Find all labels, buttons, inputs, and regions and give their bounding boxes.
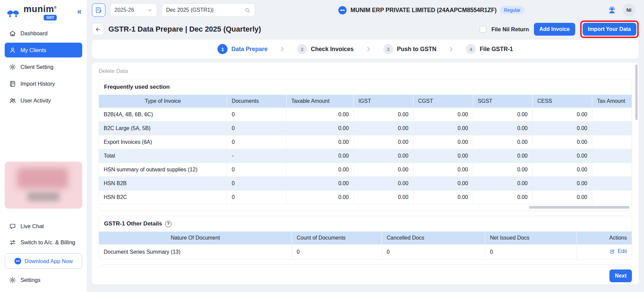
sidebar-item-settings[interactable]: Settings (5, 273, 82, 287)
file-nil-return-checkbox[interactable] (480, 26, 486, 33)
step-label: Push to GSTN (397, 46, 437, 53)
table-cell: HSN B2B (99, 177, 227, 191)
sidebar-item-client-setting[interactable]: Client Setting (5, 59, 82, 74)
table-cell: 0.00 (413, 108, 473, 122)
sidebar-item-user-activity[interactable]: User Activity (5, 93, 82, 108)
sidebar-item-label: Import History (20, 81, 55, 87)
table-cell: 0.00 (354, 149, 413, 163)
table-cell: 0.00 (354, 122, 413, 135)
table-cell: - (227, 149, 287, 163)
back-button[interactable] (92, 23, 104, 35)
period-search-input[interactable]: Dec 2025 (GSTR1)| (162, 3, 255, 17)
table-cell: 0.00 (533, 177, 592, 191)
logo-wordmark: munim® (23, 5, 57, 14)
column-header: Cancelled Docs (382, 232, 485, 245)
sidebar-item-label: Settings (20, 277, 41, 283)
company-type-badge: Regular (500, 6, 525, 14)
promo-blur-shape (17, 168, 68, 189)
download-app-label: Download App Now (24, 258, 73, 264)
main-content: 2025-26 Dec 2025 (GSTR1)| MUNIM ERP PRIV… (87, 0, 644, 292)
step-number: 3 (383, 44, 393, 54)
data-prepare-card: Delete Data Frequently used section Type… (92, 62, 639, 284)
column-header: Tax Amount (592, 95, 632, 108)
table-cell: 0.00 (473, 177, 533, 191)
sidebar-item-import-history[interactable]: Import History (5, 76, 82, 91)
sidebar-item-live-chat[interactable]: Live Chat (5, 219, 82, 234)
section-title: Frequently used section (99, 79, 632, 95)
table-cell: 0.00 (287, 122, 354, 135)
edit-button[interactable]: Edit (609, 248, 627, 254)
help-icon[interactable]: ? (165, 221, 171, 227)
table-cell: 0.00 (287, 135, 354, 149)
table-cell: 0.00 (287, 163, 354, 177)
user-avatar[interactable]: NI (623, 4, 635, 16)
chevron-right-icon (365, 46, 372, 52)
step-check-invoices[interactable]: 2 Check Invoices (297, 44, 353, 54)
table-cell: 0.00 (473, 122, 533, 135)
switch-arrows-icon (9, 239, 16, 246)
step-data-prepare[interactable]: 1 Data Prepare (217, 44, 267, 54)
card-scroll-area: Delete Data Frequently used section Type… (92, 62, 639, 267)
table-cell: 0.00 (413, 163, 473, 177)
step-push-to-gstn[interactable]: 3 Push to GSTN (383, 44, 437, 54)
promo-blur-shape (27, 192, 60, 201)
column-header: Documents (227, 95, 287, 108)
step-number: 4 (466, 44, 476, 54)
sidebar-item-label: Dashboard (20, 30, 48, 37)
table-cell: 0 (382, 245, 485, 259)
column-header: IGST (354, 95, 413, 108)
sidebar-collapse-icon[interactable]: « (77, 5, 82, 15)
table-cell: 0.00 (354, 177, 413, 191)
table-row: Export Invoices (6A)00.000.000.000.000.0… (99, 135, 632, 149)
sidebar-item-dashboard[interactable]: Dashboard (5, 26, 82, 41)
step-label: Check Invoices (311, 46, 353, 53)
promo-banner[interactable] (5, 162, 82, 209)
logo-text-block: munim® GST (23, 5, 57, 20)
file-nil-return-label: File Nil Return (491, 26, 529, 33)
horizontal-scrollbar-thumb[interactable] (529, 206, 630, 209)
sidebar-item-my-clients[interactable]: My Clients (5, 43, 82, 57)
quick-entry-button[interactable] (92, 3, 105, 17)
add-invoice-button[interactable]: Add Invoice (534, 23, 575, 36)
table-cell: 0.00 (533, 122, 592, 135)
book-icon (9, 80, 16, 87)
table-cell: 0 (227, 135, 287, 149)
page-title: GSTR-1 Data Prepare | Dec 2025 (Quarterl… (108, 25, 261, 34)
sidebar-item-switch-billing[interactable]: Switch to A/c. & Billing (5, 235, 82, 250)
table-cell: 0.00 (287, 108, 354, 122)
step-file-gstr1[interactable]: 4 File GSTR-1 (466, 44, 513, 54)
sidebar-bottom: Live Chat Switch to A/c. & Billing Downl… (5, 219, 82, 287)
table-cell: 0.00 (473, 163, 533, 177)
chevron-right-icon (279, 46, 286, 52)
table-cell: 0.00 (354, 108, 413, 122)
financial-year-select[interactable]: 2025-26 (110, 3, 157, 17)
table-cell (592, 135, 632, 149)
financial-year-value: 2025-26 (114, 7, 134, 13)
chevron-down-icon (147, 7, 153, 13)
table-cell: B2B(4A, 4B, 6B, 6C) (99, 108, 227, 122)
column-header: Net Issued Docs (485, 232, 577, 245)
edit-label: Edit (617, 248, 627, 254)
table-cell: 0 (227, 163, 287, 177)
munim-logo[interactable]: munim® GST (5, 5, 57, 20)
next-button[interactable]: Next (609, 269, 632, 282)
table-cell: 0.00 (413, 122, 473, 135)
table-cell: Total (99, 149, 227, 163)
import-your-data-button[interactable]: Import Your Data (583, 23, 636, 36)
delete-data-button[interactable]: Delete Data (99, 68, 128, 74)
topbar-right: NI (607, 4, 635, 16)
back-arrow-icon (95, 26, 101, 33)
actions-cell: Edit (577, 245, 632, 259)
table-cell: 0.00 (473, 149, 533, 163)
table-cell: 0.00 (533, 163, 592, 177)
table-cell: 0.00 (533, 135, 592, 149)
sidebar-item-label: Switch to A/c. & Billing (20, 239, 75, 246)
vertical-scrollbar-thumb[interactable] (635, 65, 638, 120)
support-headset-icon[interactable] (607, 6, 616, 15)
import-data-highlight: Import Your Data (580, 20, 639, 38)
app-root: munim® GST « Dashboard My Clients Client… (0, 0, 644, 292)
download-app-button[interactable]: Download App Now (5, 253, 82, 269)
table-cell: 0 (227, 191, 287, 204)
gear-icon (9, 64, 16, 71)
table-cell: 0.00 (287, 149, 354, 163)
